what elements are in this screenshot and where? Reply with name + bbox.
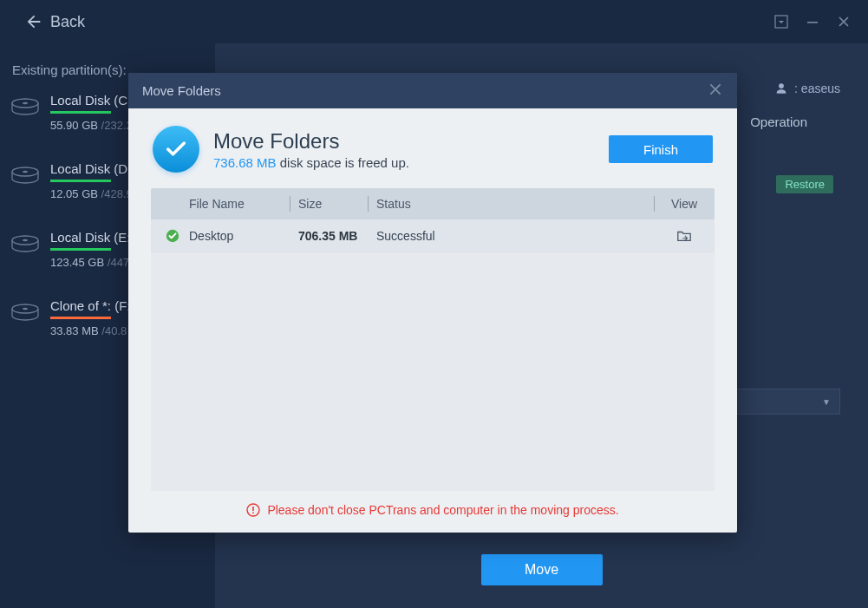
svg-point-3	[23, 102, 28, 104]
success-check-icon	[153, 126, 199, 173]
move-folders-modal: Move Folders Move Folders 736.68 MB disk…	[128, 73, 737, 533]
usage-bar	[50, 180, 111, 182]
dropdown-box-icon	[774, 15, 788, 29]
row-status: Successful	[368, 229, 654, 243]
close-icon	[708, 82, 723, 97]
svg-rect-12	[253, 507, 255, 511]
destination-select[interactable]: ▼	[736, 389, 840, 415]
disk-icon	[10, 233, 40, 254]
column-header-size: Size	[290, 197, 368, 211]
disk-icon	[10, 165, 40, 186]
row-name: Desktop	[189, 229, 233, 243]
success-icon	[165, 228, 180, 244]
column-header-status: Status	[368, 197, 654, 211]
window-minimize-button[interactable]	[799, 8, 826, 36]
chevron-down-icon: ▼	[822, 397, 831, 407]
view-folder-button[interactable]	[662, 229, 706, 243]
modal-header-title: Move Folders	[213, 129, 595, 154]
modal-title: Move Folders	[142, 83, 221, 98]
disk-icon	[10, 96, 40, 117]
modal-close-button[interactable]	[708, 82, 723, 100]
folder-open-icon	[676, 229, 692, 243]
restore-button[interactable]: Restore	[776, 175, 833, 193]
arrow-left-icon	[24, 12, 43, 31]
user-label: : easeus	[775, 82, 840, 95]
modal-header-subtitle: 736.68 MB disk space is freed up.	[213, 155, 595, 170]
window-close-button[interactable]	[830, 8, 858, 36]
row-size: 706.35 MB	[290, 229, 368, 243]
disk-icon	[10, 302, 40, 323]
column-header-view: View	[654, 197, 715, 211]
move-button[interactable]: Move	[481, 554, 603, 585]
minimize-icon	[806, 15, 819, 29]
warning-icon	[246, 503, 260, 517]
operation-header: Operation	[750, 114, 807, 129]
usage-bar	[50, 111, 111, 114]
window-menu-button[interactable]	[767, 8, 795, 36]
usage-bar	[50, 248, 111, 251]
column-header-name: File Name	[151, 197, 290, 211]
svg-point-9	[23, 308, 28, 310]
warning-text: Please don't close PCTrans and computer …	[267, 503, 618, 517]
svg-rect-13	[253, 513, 255, 514]
back-label: Back	[50, 13, 85, 31]
finish-button[interactable]: Finish	[609, 135, 713, 163]
usage-bar	[50, 317, 111, 319]
user-icon	[775, 82, 787, 95]
table-row: Desktop 706.35 MB Successful	[151, 219, 715, 252]
svg-point-5	[23, 171, 28, 173]
svg-rect-1	[807, 22, 818, 23]
close-icon	[837, 15, 851, 29]
back-button[interactable]: Back	[10, 9, 99, 35]
svg-point-7	[23, 239, 28, 241]
